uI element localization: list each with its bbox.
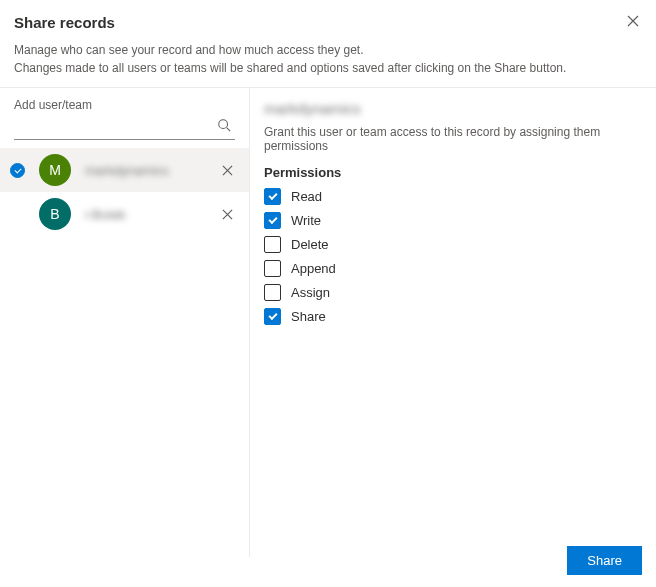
checkbox-icon [264,236,281,253]
permission-label: Assign [291,285,330,300]
dialog-title: Share records [14,14,642,31]
permission-append[interactable]: Append [264,260,642,277]
close-icon [627,15,639,27]
add-user-label: Add user/team [0,88,249,116]
right-panel: markdynamics Grant this user or team acc… [250,88,656,557]
avatar: M [39,154,71,186]
user-row[interactable]: M markdynamics [0,148,249,192]
close-icon [222,209,233,220]
permission-label: Delete [291,237,329,252]
permission-label: Write [291,213,321,228]
left-panel: Add user/team M markdynamics [0,88,250,557]
selected-user-name: markdynamics [264,100,642,117]
permissions-heading: Permissions [264,165,642,180]
checkbox-icon [264,212,281,229]
permission-share[interactable]: Share [264,308,642,325]
checkbox-icon [264,308,281,325]
remove-user-button[interactable] [217,204,237,224]
dialog-description-1: Manage who can see your record and how m… [14,41,642,59]
close-icon [222,165,233,176]
user-row[interactable]: B i-Bulab [0,192,249,236]
checkbox-icon [264,260,281,277]
permission-label: Append [291,261,336,276]
user-name: i-Bulab [85,207,217,222]
checkbox-icon [264,188,281,205]
share-dialog: Share records Manage who can see your re… [0,0,656,587]
user-name: markdynamics [85,163,217,178]
selected-indicator-icon [10,163,25,178]
selected-indicator-icon [10,207,25,222]
dialog-header: Share records Manage who can see your re… [0,0,656,87]
dialog-description-2: Changes made to all users or teams will … [14,59,642,77]
dialog-footer: Share [567,546,642,575]
avatar: B [39,198,71,230]
permission-label: Read [291,189,322,204]
permissions-instruction: Grant this user or team access to this r… [264,125,642,153]
checkbox-icon [264,284,281,301]
close-button[interactable] [624,12,642,30]
share-button[interactable]: Share [567,546,642,575]
dialog-body: Add user/team M markdynamics [0,87,656,557]
permission-write[interactable]: Write [264,212,642,229]
permission-label: Share [291,309,326,324]
permission-delete[interactable]: Delete [264,236,642,253]
search-input[interactable] [14,116,235,140]
search-row [0,116,249,148]
remove-user-button[interactable] [217,160,237,180]
permission-assign[interactable]: Assign [264,284,642,301]
permission-read[interactable]: Read [264,188,642,205]
user-list: M markdynamics B i-Bulab [0,148,249,557]
